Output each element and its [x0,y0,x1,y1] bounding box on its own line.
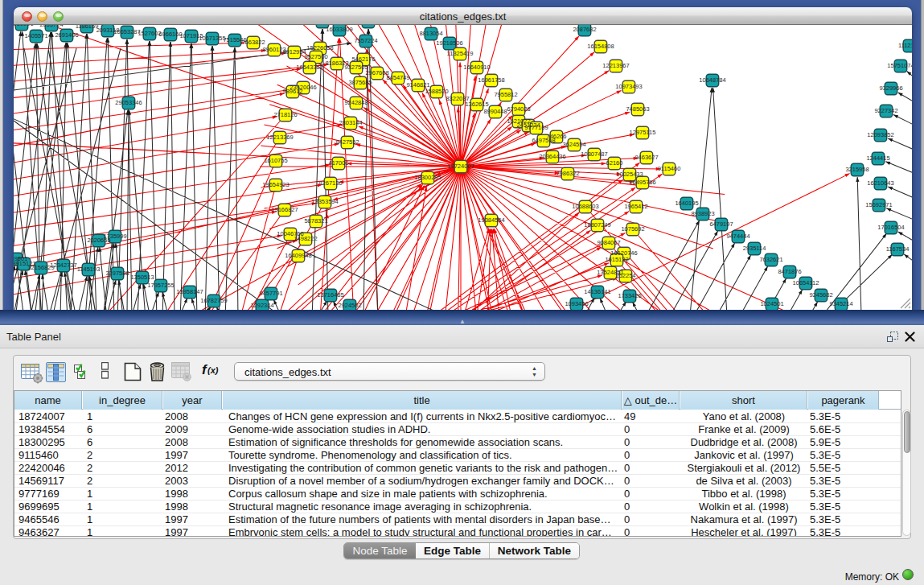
svg-text:10688603: 10688603 [572,203,598,210]
svg-text:16640910: 16640910 [463,64,490,71]
svg-text:1145193: 1145193 [77,266,101,273]
svg-text:3624554: 3624554 [562,141,585,148]
svg-text:2935114: 2935114 [743,245,766,252]
svg-text:9084067: 9084067 [597,239,620,246]
svg-text:10648784: 10648784 [699,76,725,84]
svg-text:16210643: 16210643 [867,179,893,187]
svg-text:989612: 989612 [282,88,302,95]
svg-text:1498222: 1498222 [294,235,317,242]
svg-text:19384554: 19384554 [478,216,504,224]
svg-text:(x): (x) [207,365,219,375]
svg-text:746266: 746266 [546,133,566,140]
svg-text:16495766: 16495766 [629,179,655,186]
svg-text:5878321: 5878321 [304,217,327,225]
svg-text:1292344: 1292344 [250,302,273,309]
svg-text:6794028: 6794028 [507,105,530,113]
svg-text:62160: 62160 [606,159,623,167]
svg-text:6479197: 6479197 [709,220,733,228]
svg-text:1024501: 1024501 [760,300,783,307]
svg-text:18807249: 18807249 [584,221,610,229]
svg-text:1167534: 1167534 [886,245,910,253]
svg-text:8427552: 8427552 [335,138,359,146]
svg-text:9242848: 9242848 [344,99,368,106]
svg-text:9115460: 9115460 [658,165,681,172]
svg-text:18300295: 18300295 [414,174,441,181]
svg-text:13353594: 13353594 [311,198,338,205]
svg-text:7485063: 7485063 [626,105,649,113]
svg-text:1075692: 1075692 [621,225,644,233]
svg-text:2924502: 2924502 [338,302,361,309]
svg-text:3215958: 3215958 [845,166,869,173]
svg-text:1186159: 1186159 [76,25,99,30]
svg-text:1244415: 1244415 [866,154,889,162]
svg-text:2691406: 2691406 [55,31,78,39]
svg-text:1610755: 1610755 [264,157,287,164]
svg-text:252254: 252254 [615,272,635,279]
svg-text:12093852: 12093852 [867,131,893,138]
svg-text:8938923: 8938923 [691,210,714,217]
svg-text:16782759: 16782759 [200,297,227,304]
svg-text:1405571: 1405571 [24,32,47,39]
svg-text:11325419: 11325419 [447,50,474,57]
svg-text:1640195: 1640195 [675,200,698,207]
svg-text:2055724: 2055724 [39,25,63,28]
svg-text:10973493: 10973493 [615,83,642,90]
svg-text:16961758: 16961758 [478,76,504,84]
svg-text:7986322: 7986322 [556,170,579,177]
svg-text:1733426: 1733426 [618,292,641,299]
svg-text:1527602: 1527602 [138,30,161,37]
svg-text:8813054: 8813054 [419,30,442,37]
svg-text:19218506: 19218506 [436,39,462,47]
svg-text:8454749: 8454749 [386,74,409,81]
svg-text:1362615: 1362615 [465,101,488,108]
svg-text:9777169: 9777169 [524,124,548,131]
svg-text:10653287: 10653287 [113,28,140,35]
svg-text:9245682: 9245682 [809,291,832,299]
svg-text:10025433: 10025433 [616,171,643,178]
svg-text:29053346: 29053346 [115,99,142,106]
svg-text:9474444: 9474444 [726,233,749,240]
svg-text:1615132: 1615132 [605,256,628,263]
svg-text:8990448: 8990448 [483,108,507,115]
svg-text:1735999: 1735999 [103,233,126,240]
svg-text:1965412: 1965412 [624,203,647,210]
svg-text:16543362: 16543362 [296,64,322,71]
svg-text:15751074: 15751074 [887,62,912,69]
svg-text:14136141: 14136141 [584,288,610,295]
svg-text:12975115: 12975115 [630,129,656,136]
svg-text:7955812: 7955812 [494,91,517,98]
svg-text:19654923: 19654923 [262,181,289,188]
svg-text:7357224: 7357224 [354,37,377,44]
svg-text:3875685: 3875685 [348,79,372,86]
svg-text:5462176: 5462176 [351,56,375,63]
svg-text:9329966: 9329966 [879,84,902,92]
svg-text:12342737: 12342737 [50,262,76,269]
svg-text:16154808: 16154808 [587,43,614,50]
svg-text:16033809: 16033809 [326,26,352,33]
svg-text:1112131: 1112131 [898,42,912,49]
svg-text:7663822: 7663822 [241,39,265,46]
svg-text:13958147: 13958147 [176,288,203,295]
svg-text:15226058: 15226058 [306,44,333,51]
svg-text:8471876: 8471876 [778,268,801,275]
svg-text:1093456: 1093456 [565,300,588,307]
svg-text:10654112: 10654112 [793,279,819,286]
svg-text:2087682: 2087682 [573,26,596,33]
svg-text:7632621: 7632621 [759,256,782,263]
svg-text:1350513: 1350513 [130,274,154,281]
svg-text:15692971: 15692971 [865,201,892,208]
svg-text:13716485: 13716485 [317,291,343,299]
svg-text:18724007: 18724007 [447,163,474,170]
svg-text:12213369: 12213369 [266,134,293,141]
svg-text:417006: 417006 [328,159,348,167]
svg-text:2803144: 2803144 [339,119,362,126]
svg-text:9463627: 9463627 [634,154,658,161]
svg-text:10671355: 10671355 [199,35,225,42]
svg-text:16409948: 16409948 [285,252,311,259]
svg-text:9345214: 9345214 [829,300,852,307]
svg-text:12213967: 12213967 [602,62,629,69]
svg-text:1939991: 1939991 [14,25,34,27]
svg-text:19166827: 19166827 [271,206,298,213]
svg-text:10807487: 10807487 [581,150,607,158]
svg-text:9227342: 9227342 [874,107,897,114]
